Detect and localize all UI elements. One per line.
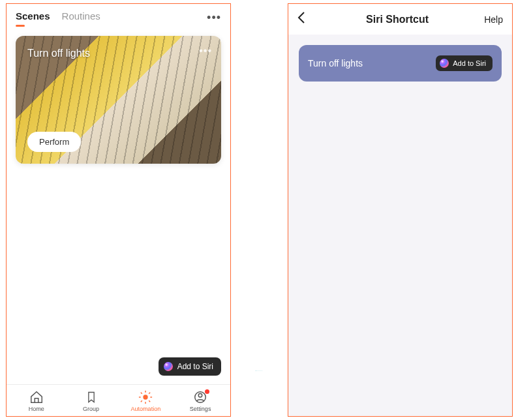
siri-header: Siri Shortcut Help: [288, 4, 512, 35]
nav-group-label: Group: [83, 406, 99, 412]
nav-home-label: Home: [29, 406, 44, 412]
nav-group[interactable]: Group: [72, 390, 111, 412]
nav-settings-label: Settings: [190, 406, 211, 412]
svg-line-5: [141, 393, 142, 394]
perform-button[interactable]: Perform: [27, 132, 81, 152]
svg-point-10: [198, 394, 202, 398]
tabs-header: Scenes Routines •••: [7, 4, 230, 28]
more-icon[interactable]: •••: [207, 11, 221, 25]
svg-line-8: [149, 393, 151, 394]
add-to-siri-label-right: Add to Siri: [453, 59, 486, 67]
nav-home[interactable]: Home: [17, 390, 56, 412]
siri-icon: [164, 362, 173, 371]
shortcut-label: Turn off lights: [308, 58, 363, 68]
shortcut-row[interactable]: Turn off lights Add to Siri: [299, 45, 502, 82]
scene-more-icon[interactable]: •••: [199, 45, 212, 57]
scenes-screen: Scenes Routines ••• Turn off lights ••• …: [6, 3, 231, 417]
notification-badge: [205, 389, 209, 394]
siri-shortcut-screen: Siri Shortcut Help Turn off lights Add t…: [288, 3, 513, 417]
nav-automation[interactable]: Automation: [126, 390, 165, 412]
add-to-siri-label: Add to Siri: [177, 362, 213, 371]
home-icon: [29, 390, 44, 404]
tab-routines[interactable]: Routines: [62, 10, 100, 25]
bottom-nav: Home Group Automation Settings: [7, 384, 230, 416]
svg-line-6: [149, 400, 151, 402]
back-button[interactable]: [297, 12, 311, 27]
svg-point-0: [144, 395, 148, 399]
help-button[interactable]: Help: [484, 14, 503, 25]
sun-icon: [138, 390, 153, 404]
add-to-siri-button-right[interactable]: Add to Siri: [436, 55, 493, 71]
nav-settings[interactable]: Settings: [181, 390, 220, 412]
tab-scenes[interactable]: Scenes: [16, 10, 50, 25]
scene-title: Turn off lights: [27, 48, 90, 59]
add-to-siri-button[interactable]: Add to Siri: [159, 357, 221, 376]
nav-automation-label: Automation: [131, 406, 161, 412]
siri-icon: [440, 59, 449, 68]
svg-line-7: [141, 400, 142, 402]
svg-marker-12: [255, 370, 256, 371]
flow-arrow: [230, 370, 288, 371]
page-title: Siri Shortcut: [311, 14, 484, 25]
scene-card[interactable]: Turn off lights ••• Perform: [16, 36, 221, 164]
bookmark-icon: [84, 390, 99, 404]
